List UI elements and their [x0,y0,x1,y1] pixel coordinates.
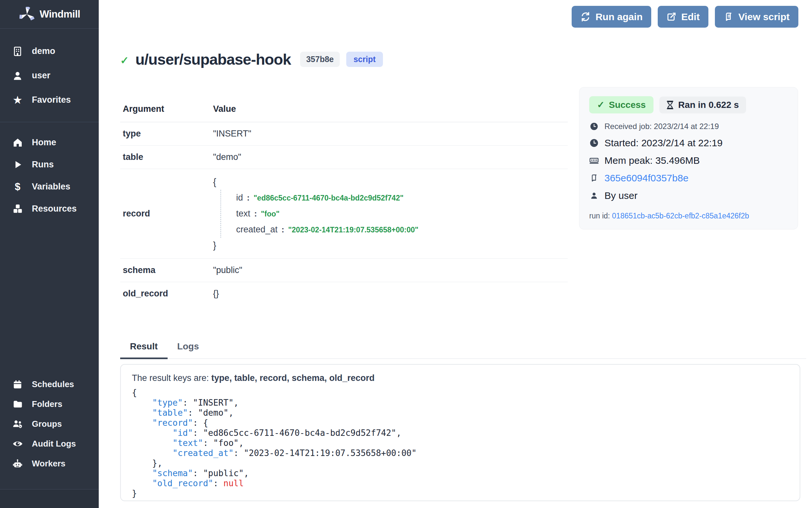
tab-logs[interactable]: Logs [168,341,209,358]
sidebar-item-audit-logs[interactable]: Audit Logs [0,434,99,454]
sidebar-item-label: Audit Logs [32,439,76,449]
by-user-row: By user [589,190,788,201]
record-field-colon: : [282,222,285,237]
arg-name: table [123,152,213,162]
user-icon [12,71,23,81]
script-hash-badge: 357b8e [300,52,340,67]
by-user-label: By user [605,190,637,201]
sidebar-item-label: Folders [32,399,62,409]
record-field-key: created_at [236,222,278,237]
sidebar-item-resources[interactable]: Resources [0,198,99,220]
sidebar-item-runs[interactable]: Runs [0,154,99,175]
sidebar-item-label: Schedules [32,379,74,389]
record-field-colon: : [247,190,250,205]
record-object-tree: { id : "ed86c5cc-6711-4670-bc4a-bd2c9d52… [213,175,565,252]
sidebar-item-label: user [32,71,50,81]
record-field: text : "foo" [236,206,565,222]
close-brace: } [213,239,565,252]
received-row: Received job: 2023/2/14 at 22:19 [589,122,788,131]
table-row: table "demo" [120,145,568,169]
script-type-badge: script [346,52,383,67]
play-icon [12,160,23,169]
sidebar-item-folders[interactable]: Folders [0,394,99,414]
arg-name: old_record [123,289,213,299]
run-again-label: Run again [595,11,642,23]
status-label: Success [609,100,646,110]
arg-name: record [123,209,213,219]
groups-icon [12,419,23,429]
sidebar-item-groups[interactable]: Groups [0,414,99,434]
record-field: created_at : "2023-02-14T21:19:07.535658… [236,222,565,238]
home-icon [12,137,23,147]
result-keys-list: type, table, record, schema, old_record [211,373,375,383]
record-field-value: "foo" [261,206,280,222]
duration-label: Ran in 0.622 s [678,100,739,110]
sidebar-item-workspace[interactable]: demo [0,39,99,64]
arguments-table: Argument Value type "INSERT" table "demo… [120,96,568,305]
clock-icon [589,138,599,147]
sidebar-item-variables[interactable]: $ Variables [0,175,99,198]
sidebar: Windmill demo user ★ [0,0,99,508]
run-id-row: run id: 018651cb-ac5b-62cb-efb2-c85a1e42… [589,212,788,220]
arg-name: schema [123,265,213,275]
scroll-icon [724,12,733,22]
building-icon [12,46,23,56]
result-json: { "type": "INSERT", "table": "demo", "re… [132,388,789,499]
refresh-icon [580,12,590,22]
record-field: id : "ed86c5cc-6711-4670-bc4a-bd2c9d52f7… [236,190,565,206]
page-title: u/user/supabase-hook [135,50,291,68]
status-badge: ✓ Success [589,96,654,114]
script-hash-link[interactable]: 365e6094f0357b8e [605,173,688,184]
column-argument: Argument [123,104,213,114]
edit-icon [667,12,676,22]
tab-result[interactable]: Result [120,341,168,359]
record-field-colon: : [254,206,257,221]
table-row: type "INSERT" [120,122,568,145]
success-check-icon: ✓ [120,54,129,67]
star-icon: ★ [12,95,23,105]
run-again-button[interactable]: Run again [572,6,651,28]
sidebar-item-label: Favorites [32,95,71,105]
sidebar-admin-group: Schedules Folders Groups [0,374,99,473]
cubes-icon [12,204,23,214]
duration-badge: Ran in 0.622 s [659,96,746,114]
sidebar-item-user[interactable]: user [0,64,99,88]
table-row: old_record {} [120,282,568,305]
mem-row: Mem peak: 35.496MB [589,155,788,166]
folder-icon [12,399,23,409]
arg-value: {} [213,289,565,299]
run-id-link[interactable]: 018651cb-ac5b-62cb-efb2-c85a1e426f2b [612,212,749,220]
windmill-logo-icon [19,7,35,22]
sidebar-item-label: Groups [32,419,62,429]
record-field-key: id [236,190,243,205]
hourglass-icon [667,100,674,110]
brand-header[interactable]: Windmill [0,0,99,29]
sidebar-item-favorites[interactable]: ★ Favorites [0,88,99,112]
calendar-icon [12,380,23,389]
scroll-icon [589,174,599,182]
result-keys-line: The result keys are: type, table, record… [132,373,789,383]
sidebar-item-workers[interactable]: Workers [0,454,99,473]
started-row: Started: 2023/2/14 at 22:19 [589,137,788,149]
table-row: schema "public" [120,259,568,282]
result-tabbar: Result Logs [120,341,806,359]
view-script-button[interactable]: View script [715,6,798,28]
edit-button[interactable]: Edit [658,6,708,28]
robot-icon [12,459,23,469]
dollar-icon: $ [12,182,23,192]
column-value: Value [213,104,565,114]
sidebar-footer [0,489,99,508]
sidebar-item-schedules[interactable]: Schedules [0,374,99,394]
mem-label: Mem peak: 35.496MB [605,155,700,166]
run-id-label: run id: [589,212,612,220]
eye-icon [12,438,23,449]
sidebar-item-label: demo [32,46,55,56]
sidebar-item-label: Workers [32,459,65,469]
arg-value: "public" [213,265,565,275]
main-content: Run again Edit View script [99,0,812,508]
person-icon [589,192,599,200]
arg-value: "INSERT" [213,129,565,139]
record-field-value: "2023-02-14T21:19:07.535658+00:00" [288,222,418,238]
arg-name: type [123,129,213,139]
sidebar-item-home[interactable]: Home [0,131,99,154]
